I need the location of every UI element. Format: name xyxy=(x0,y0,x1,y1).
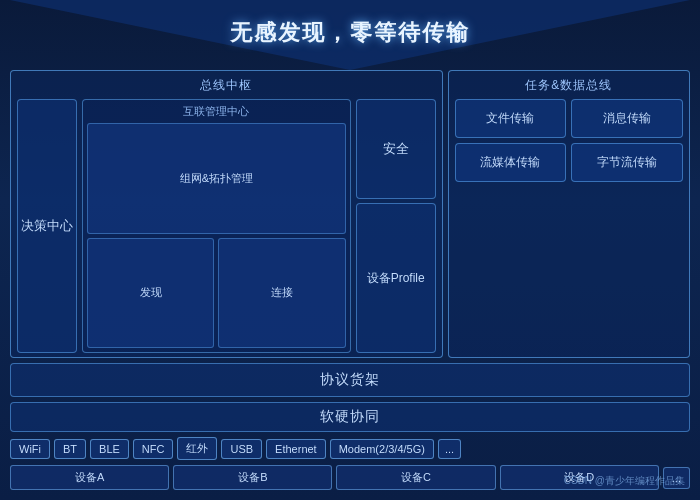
bus-center-inner: 决策中心 互联管理中心 组网&拓扑管理 发现 连接 安全 设备Profile xyxy=(17,99,436,353)
profile-box: 设备Profile xyxy=(356,203,436,353)
chip-wifi: WiFi xyxy=(10,439,50,459)
decision-center: 决策中心 xyxy=(17,99,77,353)
interconnect-grid: 组网&拓扑管理 发现 连接 xyxy=(87,123,346,348)
task-bus-title: 任务&数据总线 xyxy=(455,77,683,94)
chip-modem: Modem(2/3/4/5G) xyxy=(330,439,434,459)
security-box: 安全 xyxy=(356,99,436,199)
connect-box: 连接 xyxy=(218,238,345,349)
watermark: CSDN @青少年编程作品集 xyxy=(564,474,685,488)
device-b: 设备B xyxy=(173,465,332,490)
middle-row: 总线中枢 决策中心 互联管理中心 组网&拓扑管理 发现 连接 安全 设备Prof xyxy=(10,70,690,358)
main-content: 总线中枢 决策中心 互联管理中心 组网&拓扑管理 发现 连接 安全 设备Prof xyxy=(10,70,690,490)
task-bus: 任务&数据总线 文件传输 消息传输 流媒体传输 字节流传输 xyxy=(448,70,690,358)
byte-transfer: 字节流传输 xyxy=(571,143,683,182)
message-transfer: 消息传输 xyxy=(571,99,683,138)
interconnect-area: 互联管理中心 组网&拓扑管理 发现 连接 xyxy=(82,99,351,353)
soft-hard: 软硬协同 xyxy=(10,402,690,432)
device-c: 设备C xyxy=(336,465,495,490)
page-title: 无感发现，零等待传输 xyxy=(0,18,700,48)
discover-box: 发现 xyxy=(87,238,214,349)
tech-chips-row: WiFi BT BLE NFC 红外 USB Ethernet Modem(2/… xyxy=(10,437,690,460)
chip-ble: BLE xyxy=(90,439,129,459)
chip-nfc: NFC xyxy=(133,439,174,459)
topology-box: 组网&拓扑管理 xyxy=(87,123,346,234)
file-transfer: 文件传输 xyxy=(455,99,567,138)
chip-more[interactable]: ... xyxy=(438,439,461,459)
chip-bt: BT xyxy=(54,439,86,459)
right-sub: 安全 设备Profile xyxy=(356,99,436,353)
bus-center: 总线中枢 决策中心 互联管理中心 组网&拓扑管理 发现 连接 安全 设备Prof xyxy=(10,70,443,358)
chip-infrared: 红外 xyxy=(177,437,217,460)
task-bus-grid: 文件传输 消息传输 流媒体传输 字节流传输 xyxy=(455,99,683,182)
protocol-shelf: 协议货架 xyxy=(10,363,690,397)
device-a: 设备A xyxy=(10,465,169,490)
interconnect-title: 互联管理中心 xyxy=(87,104,346,119)
chip-ethernet: Ethernet xyxy=(266,439,326,459)
stream-transfer: 流媒体传输 xyxy=(455,143,567,182)
chip-usb: USB xyxy=(221,439,262,459)
bus-center-title: 总线中枢 xyxy=(17,77,436,94)
